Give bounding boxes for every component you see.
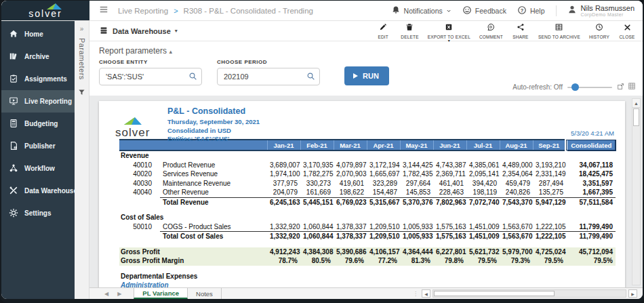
sheet-prev-icon[interactable]: ◀	[104, 291, 108, 297]
table-cell: Gross Profit	[119, 247, 267, 257]
table-cell: 5,979,700	[500, 247, 533, 257]
close-button[interactable]: CLOSE	[618, 22, 636, 39]
entity-input[interactable]	[99, 68, 202, 85]
smiley-icon	[462, 5, 472, 16]
sheet-next-icon[interactable]: ▶	[117, 291, 121, 297]
play-icon	[353, 73, 358, 79]
table-row-administration: Administration	[119, 281, 616, 287]
delete-button[interactable]: DELETE	[401, 22, 419, 39]
expand-panel-icon[interactable]: »	[80, 25, 84, 33]
edit-button[interactable]: EDIT	[374, 22, 392, 39]
horizontal-scrollbar-track[interactable]	[432, 289, 626, 298]
auto-refresh-slider[interactable]	[567, 83, 612, 91]
table-cell: 79.5%	[466, 256, 500, 266]
table-cell: 198,119	[466, 188, 500, 197]
share-button[interactable]: SHARE	[512, 22, 529, 39]
table-cell: 7,802,963	[433, 197, 466, 207]
breadcrumb: Live Reporting > R308 - P&L - Consolidat…	[118, 7, 313, 15]
feedback-button[interactable]: Feedback	[462, 5, 506, 16]
table-cell: 1,005,933	[400, 222, 433, 232]
divider	[556, 5, 557, 16]
top-bar-right: Notifications Feedback ? Help	[391, 4, 635, 18]
sidebar-item-budgeting[interactable]: Budgeting	[1, 113, 75, 135]
table-cell: 1,974,100	[267, 169, 300, 179]
notifications-button[interactable]: Notifications	[391, 5, 451, 16]
data-source-selector[interactable]: Data Warehouse ▾	[99, 26, 178, 37]
trash-icon	[405, 22, 414, 34]
run-button[interactable]: RUN	[344, 66, 389, 85]
table-cell: 6,245,163	[267, 197, 300, 207]
send-to-archive-button[interactable]: SEND TO ARCHIVE	[538, 22, 580, 39]
table-cell: 4,489,000	[500, 161, 533, 170]
live-reporting-icon	[9, 96, 18, 107]
drag-handle-icon[interactable]: ⋮	[413, 291, 418, 297]
table-cell: 161,669	[300, 188, 334, 197]
feedback-label: Feedback	[475, 7, 506, 15]
column-header-sep-21: Sep-21	[533, 140, 566, 150]
table-cell: 34,067,118	[566, 161, 616, 170]
tab-pl-variance[interactable]: PL Variance	[134, 288, 188, 299]
grid-view-icon[interactable]	[628, 81, 636, 93]
action-label: SHARE	[512, 35, 528, 39]
table-cell: 11,799,490	[566, 232, 616, 241]
svg-text:?: ?	[521, 7, 524, 13]
table-cell	[119, 241, 616, 247]
period-input[interactable]	[217, 68, 320, 85]
vertical-scrollbar[interactable]: ▲	[632, 98, 641, 285]
table-cell: 1,378,337	[334, 222, 367, 232]
sidebar-item-live-reporting[interactable]: Live Reporting	[1, 90, 75, 113]
filter-funnel-icon[interactable]	[78, 87, 85, 99]
history-button[interactable]: HISTORY	[589, 22, 609, 39]
action-label: CLOSE	[619, 35, 635, 39]
hamburger-menu-icon[interactable]	[99, 5, 108, 17]
table-cell: 461,401	[433, 179, 466, 188]
table-cell: 330,273	[300, 179, 334, 188]
sidebar-item-archive[interactable]: Archive	[1, 45, 75, 68]
scroll-up-icon[interactable]: ▲	[632, 99, 640, 108]
table-cell: 1,378,337	[334, 232, 367, 241]
table-cell: Departmental Expenses	[119, 272, 616, 281]
table-cell: 1,575,163	[433, 222, 466, 232]
report-parameters-toggle[interactable]: Report parameters ▴	[99, 46, 633, 56]
comment-button[interactable]: COMMENT	[479, 22, 503, 39]
sidebar-item-home[interactable]: Home	[1, 23, 75, 45]
horizontal-scrollbar-thumb[interactable]	[434, 291, 555, 296]
pnl-table: Jan-21Feb-21Mar-21Apr-21May-21Jun-21Jul-…	[119, 139, 616, 287]
auto-refresh-label: Auto-refresh: Off	[512, 83, 563, 91]
vertical-scrollbar-thumb[interactable]	[633, 108, 639, 126]
table-cell: 1,222,105	[533, 232, 566, 241]
workflow-icon	[9, 163, 18, 174]
sidebar-item-data-warehouse[interactable]: Data Warehouse	[1, 180, 75, 202]
help-button[interactable]: ? Help	[517, 5, 545, 16]
table-cell: 40040	[119, 188, 160, 197]
table-row-total-cost-of-sales: Total Cost of Sales1,332,9201,060,8441,3…	[119, 232, 616, 241]
parameters-panel-label[interactable]: Parameters	[78, 38, 86, 80]
bell-icon	[391, 5, 401, 16]
table-cell	[119, 207, 616, 213]
column-header-aug-21: Aug-21	[500, 140, 533, 150]
breadcrumb-section[interactable]: Live Reporting	[118, 7, 168, 15]
tab-notes[interactable]: Notes	[188, 288, 222, 299]
auto-refresh-control: Auto-refresh: Off	[512, 81, 636, 93]
sidebar-item-assignments[interactable]: Assignments	[1, 68, 75, 90]
table-cell: 40030	[119, 179, 160, 188]
sidebar-item-publisher[interactable]: Publisher	[1, 135, 75, 157]
table-cell: 4,384,308	[300, 247, 334, 257]
table-cell: 394,420	[466, 179, 500, 188]
table-cell: Total Cost of Sales	[160, 232, 267, 241]
scroll-right-icon[interactable]: ▶	[628, 289, 637, 298]
sidebar-item-workflow[interactable]: Workflow	[1, 157, 75, 180]
sidebar: HomeArchiveAssignmentsLive ReportingBudg…	[1, 21, 75, 299]
action-label: EDIT	[378, 35, 388, 39]
sidebar-item-settings[interactable]: Settings	[1, 202, 75, 224]
table-cell	[119, 197, 160, 207]
action-label: DELETE	[401, 35, 419, 39]
export-to-excel-button[interactable]: EXPORT TO EXCEL▾	[428, 22, 470, 42]
column-header-may-21: May-21	[400, 140, 433, 150]
comment-icon	[487, 22, 495, 34]
home-icon	[9, 29, 18, 40]
breadcrumb-separator: >	[174, 7, 178, 15]
scroll-left-icon[interactable]: ◀	[422, 289, 430, 298]
user-menu[interactable]: Nils Rasmussen CorpDemo Master	[567, 4, 635, 18]
popout-icon[interactable]	[617, 81, 624, 93]
